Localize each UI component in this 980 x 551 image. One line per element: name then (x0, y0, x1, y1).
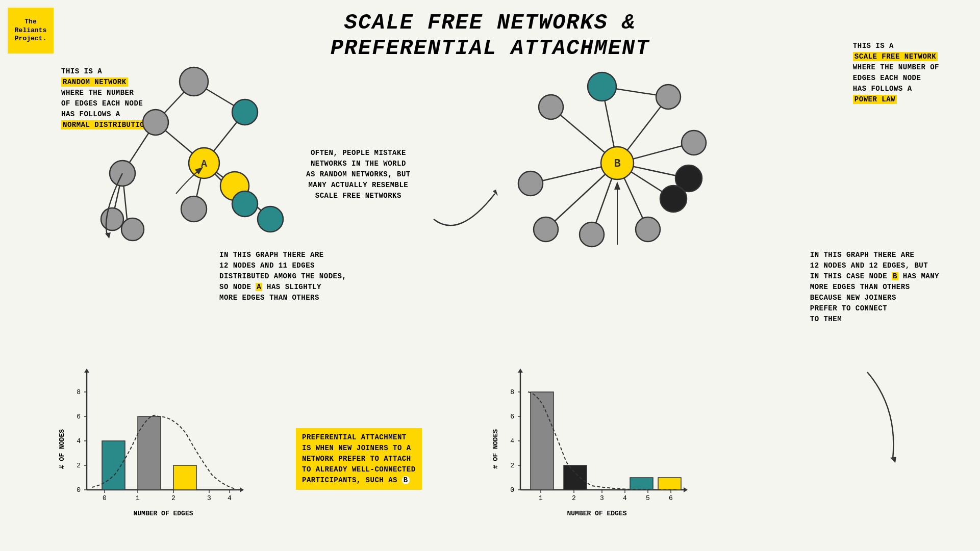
svg-marker-49 (240, 487, 244, 492)
svg-rect-93 (658, 478, 681, 490)
svg-point-41 (580, 222, 604, 247)
svg-point-42 (534, 217, 558, 242)
svg-text:2: 2 (171, 494, 175, 502)
svg-point-40 (636, 217, 660, 242)
right-desc-annotation: IN THIS GRAPH THERE ARE 12 NODES AND 12 … (810, 250, 939, 325)
svg-text:3: 3 (600, 494, 604, 502)
right-chart: 0 2 4 6 8 # OF NODES 1 2 3 4 5 6 NUMBER … (490, 368, 694, 526)
svg-text:# OF NODES: # OF NODES (492, 429, 499, 469)
logo-line1: The (24, 18, 36, 27)
svg-point-15 (101, 208, 123, 230)
svg-point-13 (143, 110, 168, 135)
svg-text:1: 1 (136, 494, 140, 502)
svg-text:NUMBER OF EDGES: NUMBER OF EDGES (567, 510, 626, 517)
svg-text:1: 1 (539, 494, 543, 502)
title-line1: Scale Free Networks & (331, 10, 650, 36)
left-network: A (77, 51, 316, 265)
svg-text:2: 2 (572, 494, 576, 502)
svg-text:4: 4 (510, 437, 514, 445)
svg-text:NUMBER OF EDGES: NUMBER OF EDGES (133, 510, 193, 517)
center-annotation: OFTEN, PEOPLE MISTAKE NETWORKS IN THE WO… (306, 148, 411, 201)
svg-marker-78 (684, 487, 688, 492)
svg-text:6: 6 (77, 413, 81, 421)
right-network: B (500, 41, 745, 260)
svg-text:# OF NODES: # OF NODES (58, 429, 66, 469)
svg-text:2: 2 (77, 462, 81, 469)
logo-line3: Project. (15, 35, 46, 43)
svg-rect-92 (630, 478, 653, 490)
svg-text:0: 0 (103, 494, 107, 502)
svg-rect-90 (531, 392, 554, 490)
svg-text:B: B (614, 158, 620, 170)
svg-point-35 (539, 95, 563, 119)
svg-marker-48 (84, 369, 89, 373)
power-law-highlight: POWER LAW (853, 95, 897, 104)
svg-text:A: A (201, 158, 207, 170)
svg-text:0: 0 (510, 486, 514, 494)
svg-point-12 (232, 99, 258, 125)
right-annotation: THIS IS A SCALE FREE NETWORK WHERE THE N… (853, 41, 939, 105)
svg-text:3: 3 (207, 494, 211, 502)
svg-text:5: 5 (646, 494, 650, 502)
svg-point-20 (181, 196, 207, 222)
svg-point-11 (180, 67, 208, 96)
svg-point-16 (121, 218, 144, 241)
svg-text:6: 6 (510, 413, 514, 421)
svg-point-39 (660, 186, 687, 212)
svg-point-34 (588, 72, 616, 101)
svg-marker-109 (890, 457, 896, 463)
svg-text:8: 8 (510, 388, 514, 396)
logo: The Reliants Project. (8, 8, 54, 54)
svg-text:6: 6 (669, 494, 673, 502)
svg-text:4: 4 (228, 494, 232, 502)
svg-rect-91 (564, 465, 587, 490)
svg-text:0: 0 (77, 486, 81, 494)
svg-marker-108 (493, 190, 498, 196)
svg-marker-77 (518, 369, 523, 373)
pref-attachment-box: PREFERENTIAL ATTACHMENT IS WHEN NEW JOIN… (296, 428, 422, 490)
svg-point-14 (110, 161, 135, 186)
svg-point-22 (258, 206, 283, 232)
svg-point-37 (682, 130, 706, 155)
svg-point-43 (518, 171, 543, 196)
svg-text:8: 8 (77, 388, 81, 396)
logo-line2: Reliants (15, 27, 46, 35)
svg-rect-63 (173, 465, 196, 490)
scale-free-highlight: SCALE FREE NETWORK (853, 52, 938, 61)
left-chart: 0 2 4 6 8 # OF NODES 0 1 2 3 4 NUMBER OF… (56, 368, 250, 526)
svg-point-21 (232, 191, 258, 217)
svg-rect-62 (138, 416, 161, 490)
svg-text:4: 4 (623, 494, 627, 502)
svg-text:4: 4 (77, 437, 81, 445)
svg-point-36 (656, 85, 681, 109)
svg-text:2: 2 (510, 462, 514, 469)
